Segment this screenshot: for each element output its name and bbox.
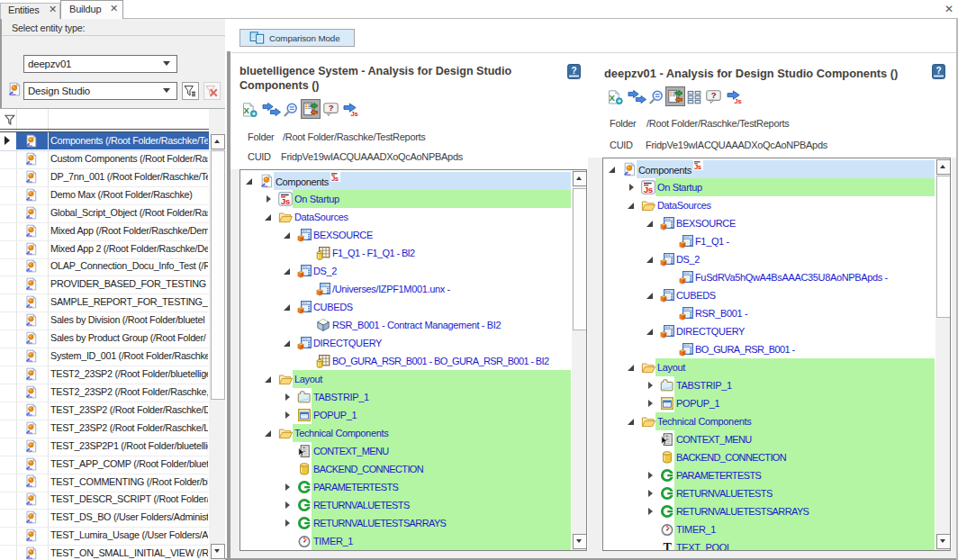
svg-text:Js: Js [331, 175, 339, 182]
svg-text:Js: Js [694, 163, 701, 170]
